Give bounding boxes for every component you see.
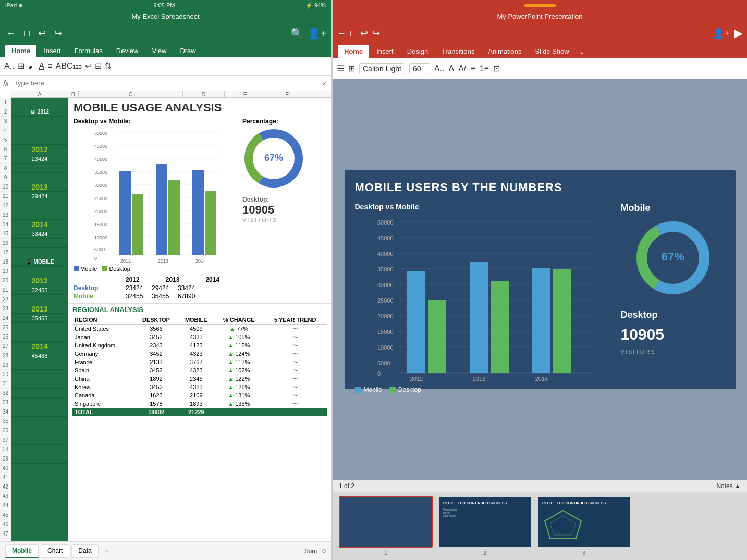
slide-content: Desktop vs Mobile 50000 45000 40000 3500… — [355, 203, 725, 393]
ppt-tab-insert[interactable]: Insert — [370, 45, 400, 58]
svg-rect-25 — [192, 170, 204, 255]
slide-legend-mobile: Mobile — [355, 386, 382, 393]
table-icon[interactable]: ⊞ — [18, 61, 25, 71]
svg-text:67%: 67% — [661, 250, 684, 263]
sheet-tab-mobile[interactable]: Mobile — [5, 544, 39, 558]
ppt-font-name[interactable]: Calibri Light — [359, 63, 405, 74]
thumb-2[interactable]: RECIPE FOR CONTINUED SUCCESS Prosperity … — [438, 496, 532, 548]
svg-rect-23 — [156, 164, 167, 255]
stats-area: Percentage: 67% — [242, 118, 326, 272]
ppt-bullets-icon[interactable]: ≡ — [470, 64, 475, 73]
search-icon[interactable]: 🔍 — [290, 27, 303, 40]
align-icon[interactable]: ≡ — [47, 61, 52, 71]
wrap-icon[interactable]: ↵ — [85, 61, 92, 71]
tab-insert[interactable]: Insert — [38, 45, 67, 57]
ppt-tab-animations[interactable]: Animations — [482, 45, 528, 58]
ppt-tab-more[interactable]: ⌄ — [577, 45, 587, 58]
ipad-status: iPad ⊕ — [5, 2, 23, 9]
excel-tabs: Home Insert Formulas Review View Draw — [0, 45, 331, 57]
table-row: Japan34524323▲ 105%〜 — [72, 333, 327, 341]
ppt-font-size[interactable]: 60 — [409, 63, 430, 74]
slide-right-title: Mobile — [621, 203, 651, 214]
svg-text:2014: 2014 — [535, 376, 547, 382]
svg-text:40000: 40000 — [94, 157, 107, 162]
tab-view[interactable]: View — [145, 45, 173, 57]
filter-icon[interactable]: ⇅ — [105, 61, 112, 71]
redo-button[interactable]: ↪ — [52, 27, 64, 40]
sheet-tab-chart[interactable]: Chart — [41, 544, 69, 558]
formula-check[interactable]: ✓ — [322, 79, 328, 88]
percentage-label: Percentage: — [242, 118, 326, 125]
ppt-tab-home[interactable]: Home — [338, 45, 369, 58]
legend-mobile: Mobile — [74, 266, 97, 272]
svg-text:0: 0 — [94, 256, 97, 261]
sum-display: Sum : 0 — [304, 547, 326, 555]
total-row: TOTAL 18902 21229 — [72, 408, 327, 416]
ppt-tab-slideshow[interactable]: Slide Show — [529, 45, 575, 58]
mobile-icon: 📱 — [26, 259, 32, 265]
excel-format-bar: A.. ⊞ 🖌 A ≡ ABC₁₂₃ ↵ ⊟ ⇅ — [0, 57, 331, 76]
fill-icon[interactable]: 🖌 — [28, 61, 36, 71]
ppt-undo-button[interactable]: ↩ — [360, 28, 368, 39]
ppt-toolbar: ← □ ↩ ↪ 👤+ ▶ — [333, 22, 747, 45]
mobile-legend-color — [74, 266, 79, 271]
ppt-grid-icon[interactable]: ⊞ — [348, 64, 355, 73]
tab-home[interactable]: Home — [5, 45, 36, 57]
ppt-back-button[interactable]: ← — [337, 28, 346, 39]
tab-draw[interactable]: Draw — [174, 45, 202, 57]
col-e: E — [225, 91, 266, 97]
ppt-color-fill-icon[interactable]: A/ — [458, 64, 466, 73]
ppt-tab-transitions[interactable]: Transitions — [435, 45, 481, 58]
ppt-user-add-icon[interactable]: 👤+ — [713, 28, 730, 39]
tab-formulas[interactable]: Formulas — [68, 45, 109, 57]
svg-text:30000: 30000 — [94, 183, 107, 188]
abc-icon[interactable]: ABC₁₂₃ — [56, 61, 82, 71]
formula-input[interactable] — [14, 79, 319, 87]
mobile-legend-label: Mobile — [80, 266, 97, 272]
ppt-tab-design[interactable]: Design — [401, 45, 434, 58]
undo-button[interactable]: ↩ — [36, 27, 48, 40]
ppt-tabs: Home Insert Design Transitions Animation… — [333, 45, 747, 58]
ppt-play-button[interactable]: ▶ — [734, 27, 743, 40]
table-row: Canada16232109▲ 131%〜 — [72, 391, 327, 400]
ppt-orange-indicator — [524, 4, 556, 7]
val-2014-mobile: 45488 — [32, 353, 48, 359]
ppt-indent-icon[interactable]: ⊡ — [493, 64, 500, 73]
excel-bottom-bar: Mobile Chart Data + Sum : 0 — [0, 541, 331, 560]
slide-donut: 67% — [634, 219, 712, 299]
ppt-numbering-icon[interactable]: 1≡ — [480, 64, 489, 73]
excel-formula-bar: fx ✓ — [0, 76, 331, 91]
tab-review[interactable]: Review — [110, 45, 145, 57]
svg-text:0: 0 — [377, 370, 381, 377]
font-icon[interactable]: A.. — [4, 61, 15, 71]
ppt-font-icon[interactable]: A.. — [434, 64, 445, 73]
back-button[interactable]: ← — [4, 27, 18, 40]
year-header-2012: 2012 — [126, 276, 140, 283]
desktop-2012: 23424 — [126, 284, 152, 292]
thumb-3[interactable]: RECIPE FOR CONTINUED SUCCESS — [537, 496, 631, 548]
ppt-new-button[interactable]: □ — [350, 28, 356, 39]
col-pct-change: % CHANGE — [214, 316, 263, 325]
ppt-text-color-icon[interactable]: A — [449, 64, 455, 73]
merge-icon[interactable]: ⊟ — [95, 61, 102, 71]
year-2012-mobile: 2012 — [31, 277, 47, 285]
ppt-redo-button[interactable]: ↪ — [372, 28, 380, 39]
text-color-icon[interactable]: A — [39, 61, 45, 71]
sheet-tab-data[interactable]: Data — [71, 544, 98, 558]
val-2012-desktop: 23424 — [32, 156, 48, 162]
thumb-number-2: 2 — [483, 550, 486, 556]
new-file-button[interactable]: □ — [22, 27, 32, 40]
col-trend: 5 YEAR TREND — [263, 316, 327, 325]
svg-text:10000: 10000 — [377, 344, 394, 351]
desktop-label-cell: 2012 — [38, 109, 49, 115]
svg-rect-21 — [119, 171, 131, 255]
ppt-list-icon[interactable]: ☰ — [337, 64, 344, 73]
thumb-1[interactable]: MOBILE USERS BY THE NUMBERS — [339, 496, 433, 548]
user-add-icon[interactable]: 👤+ — [308, 27, 327, 40]
regional-title: REGIONAL ANALYSIS — [72, 306, 327, 314]
notes-button[interactable]: Notes ▲ — [716, 482, 741, 490]
svg-text:10000: 10000 — [94, 235, 107, 240]
desktop-2013: 29424 — [152, 284, 178, 292]
add-sheet-button[interactable]: + — [101, 544, 114, 558]
thumb-container-2: RECIPE FOR CONTINUED SUCCESS Prosperity … — [438, 496, 532, 556]
